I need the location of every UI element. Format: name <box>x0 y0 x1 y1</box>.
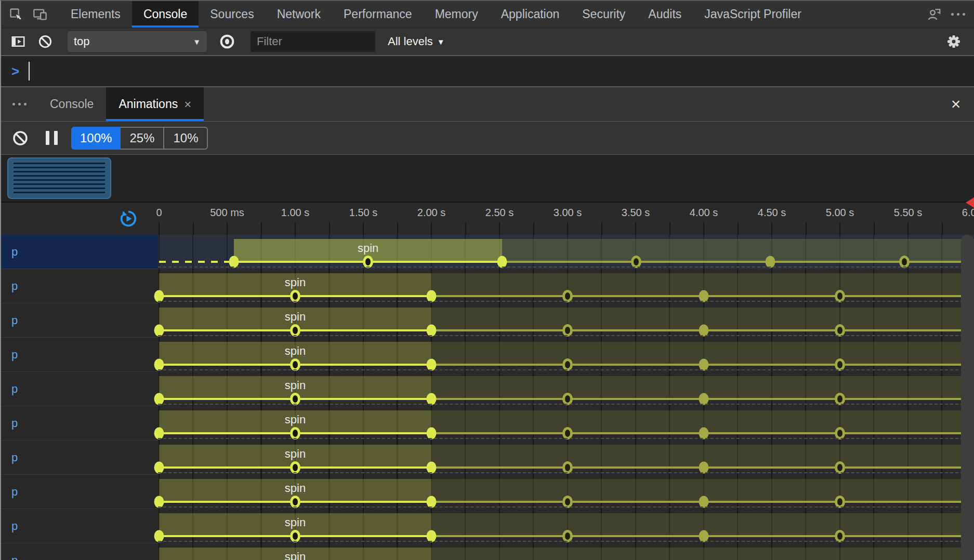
drawer-more-tabs-icon[interactable] <box>1 87 37 121</box>
animation-track[interactable]: spin <box>158 543 974 560</box>
ellipsis-dots <box>951 13 965 16</box>
animation-row[interactable]: pspin <box>1 475 974 509</box>
device-toolbar-icon[interactable] <box>28 1 52 28</box>
tab-sources[interactable]: Sources <box>199 1 265 28</box>
ruler-tick <box>738 222 739 235</box>
tab-audits[interactable]: Audits <box>637 1 693 28</box>
drawer-tabs: ConsoleAnimations× <box>37 87 204 121</box>
tab-security[interactable]: Security <box>571 1 637 28</box>
animation-node-label[interactable]: p <box>1 338 158 372</box>
ruler-label: 4.50 s <box>758 207 786 219</box>
scrubber-marker[interactable] <box>966 197 974 208</box>
animation-name: spin <box>285 482 306 495</box>
animation-track[interactable]: spin <box>158 269 974 303</box>
animation-row[interactable]: pspin <box>1 509 974 543</box>
tab-elements[interactable]: Elements <box>59 1 132 28</box>
animation-track[interactable]: spin <box>158 372 974 406</box>
ruler-tick <box>193 222 194 235</box>
ruler-tick <box>431 222 432 235</box>
tab-memory[interactable]: Memory <box>424 1 490 28</box>
clear-console-icon[interactable] <box>33 34 57 49</box>
tab-label: Application <box>501 7 560 21</box>
animation-row[interactable]: pspin <box>1 543 974 560</box>
close-tab-icon[interactable]: × <box>184 97 191 112</box>
animation-row[interactable]: pspin <box>1 441 974 475</box>
ruler-label: 5.00 s <box>826 207 854 219</box>
animation-row[interactable]: pspin <box>1 269 974 303</box>
live-expression-eye-icon[interactable] <box>215 33 239 50</box>
node-name: p <box>11 314 18 327</box>
row-separator <box>158 541 974 542</box>
console-toolbar: top ▼ All levels ▼ <box>1 28 974 56</box>
ruler-label: 1.50 s <box>349 207 377 219</box>
clear-animations-icon[interactable] <box>8 130 32 146</box>
vertical-scrollbar[interactable] <box>961 235 974 560</box>
more-options-icon[interactable] <box>946 1 970 28</box>
animation-row[interactable]: pspin <box>1 303 974 338</box>
animation-track[interactable]: spin <box>158 235 974 269</box>
ruler-tick <box>227 222 228 235</box>
node-name: p <box>11 348 18 362</box>
playback-rate-10-[interactable]: 10% <box>164 127 208 150</box>
animation-row[interactable]: pspin <box>1 235 974 269</box>
row-separator <box>158 472 974 473</box>
animation-group-preview[interactable] <box>7 157 111 199</box>
settings-gear-icon[interactable] <box>942 33 966 50</box>
node-name: p <box>11 417 18 430</box>
tab-javascript-profiler[interactable]: JavaScript Profiler <box>693 1 813 28</box>
animation-node-label[interactable]: p <box>1 543 158 560</box>
ruler-tick <box>499 222 500 235</box>
filter-input[interactable] <box>251 31 375 52</box>
close-drawer-icon[interactable]: × <box>938 87 974 121</box>
animation-node-label[interactable]: p <box>1 509 158 543</box>
animation-node-label[interactable]: p <box>1 303 158 338</box>
console-prompt[interactable]: > <box>1 56 974 87</box>
animation-node-label[interactable]: p <box>1 269 158 303</box>
animation-node-label[interactable]: p <box>1 475 158 509</box>
tab-label: Console <box>143 7 187 21</box>
animation-track[interactable]: spin <box>158 406 974 441</box>
animation-row[interactable]: pspin <box>1 338 974 372</box>
ruler-tick <box>839 222 840 235</box>
animation-node-label[interactable]: p <box>1 235 158 269</box>
tab-label: Elements <box>71 7 121 21</box>
drawer-tab-console[interactable]: Console <box>37 87 106 121</box>
ruler-label: 4.00 s <box>690 207 718 219</box>
context-value: top <box>74 35 90 48</box>
main-tab-bar: ElementsConsoleSourcesNetworkPerformance… <box>1 1 974 28</box>
ruler-tick <box>635 222 636 235</box>
playback-rate-25-[interactable]: 25% <box>121 127 164 150</box>
playback-rate-100-[interactable]: 100% <box>71 127 121 150</box>
tab-performance[interactable]: Performance <box>332 1 424 28</box>
ruler-label: 2.00 s <box>417 207 445 219</box>
animation-name: spin <box>285 516 306 529</box>
row-separator <box>158 301 974 302</box>
drawer-tab-animations[interactable]: Animations× <box>106 87 204 121</box>
tab-application[interactable]: Application <box>490 1 571 28</box>
tab-network[interactable]: Network <box>266 1 332 28</box>
animation-track[interactable]: spin <box>158 441 974 475</box>
console-sidebar-toggle-icon[interactable] <box>6 34 30 49</box>
inspect-element-icon[interactable] <box>4 1 28 28</box>
animation-track[interactable]: spin <box>158 509 974 543</box>
node-name: p <box>11 245 18 259</box>
replay-icon[interactable] <box>119 209 138 229</box>
animation-row[interactable]: pspin <box>1 406 974 441</box>
log-levels-dropdown[interactable]: All levels ▼ <box>388 35 445 48</box>
timeline-ruler[interactable]: 0500 ms1.00 s1.50 s2.00 s2.50 s3.00 s3.5… <box>1 203 974 235</box>
row-separator <box>158 506 974 508</box>
animation-node-label[interactable]: p <box>1 372 158 406</box>
user-icon[interactable] <box>922 1 946 28</box>
execution-context-selector[interactable]: top ▼ <box>68 31 207 52</box>
animation-row[interactable]: pspin <box>1 372 974 406</box>
tab-console[interactable]: Console <box>132 1 199 28</box>
animation-track[interactable]: spin <box>158 338 974 372</box>
drawer-tab-bar: ConsoleAnimations× × <box>1 87 974 122</box>
animation-track[interactable]: spin <box>158 303 974 338</box>
animation-node-label[interactable]: p <box>1 406 158 441</box>
animation-track[interactable]: spin <box>158 475 974 509</box>
animation-node-label[interactable]: p <box>1 441 158 475</box>
pause-all-animations-button[interactable] <box>46 131 58 145</box>
animation-name: spin <box>285 310 306 324</box>
iteration-fade-bar[interactable] <box>431 548 974 560</box>
